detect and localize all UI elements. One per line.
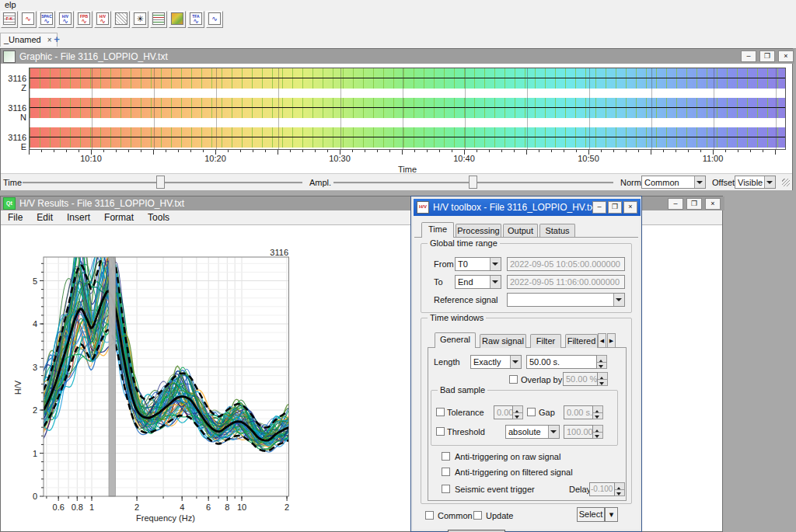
menu-help-partial[interactable]: elp [2,0,19,9]
tab-processing[interactable]: Processing [456,224,501,238]
norm-combobox-value: Common [642,176,694,188]
toolbox-title: H/V toolbox - File 3116_LOPPIO_HV.txt [433,202,597,213]
from-time-field[interactable]: 2022-09-05 10:05:00.000000 [507,257,625,271]
norm-combobox[interactable]: Common [641,176,706,189]
graphic-window-titlebar[interactable]: Graphic - File 3116_LOPPIO_HV.txt [1,49,794,64]
to-combobox[interactable]: End [455,275,501,289]
curve-icon[interactable]: ∿ [206,11,223,28]
threshold-checkbox[interactable] [436,427,445,436]
length-mode-combobox[interactable]: Exactly [470,355,522,369]
tolerance-checkbox[interactable] [436,408,445,416]
menu-bar: elp [0,0,796,10]
qt-icon: Qt [3,197,16,210]
threshold-mode-combobox[interactable]: absolute [505,425,560,439]
hv-red-icon[interactable]: H/V∿ [94,11,111,28]
toolbox-close-button[interactable]: × [623,201,637,214]
spac-icon[interactable]: SPAC∿ [38,11,55,28]
gap-checkbox[interactable] [527,408,536,416]
document-tab-label: _Unamed [4,35,41,44]
results-maximize-button[interactable]: ❐ [686,198,702,210]
tab-time[interactable]: Time [421,222,454,238]
graphic-maximize-button[interactable]: ❐ [759,50,775,62]
results-close-button[interactable]: × [705,198,721,210]
results-minimize-button[interactable]: – [668,198,683,210]
resize-grip[interactable] [782,179,790,186]
anti-trigger-filtered-checkbox[interactable] [442,468,450,476]
graphic-close-button[interactable]: × [778,50,794,62]
fk-icon[interactable]: F-K [1,11,18,28]
fpb-icon[interactable]: FPB∿ [75,11,93,28]
menu-tools[interactable]: Tools [141,212,176,223]
from-combobox[interactable]: T0 [455,257,501,271]
chevron-down-icon[interactable] [490,258,501,270]
menu-file[interactable]: File [1,212,30,223]
gap-spinbox[interactable]: 0.00 s. [564,405,603,419]
length-value-spinbox[interactable]: 50.00 s. [526,355,607,369]
threshold-value-spinbox[interactable]: 100.00 [564,425,603,439]
chevron-down-icon[interactable] [490,276,501,288]
svg-text:H/V: H/V [13,380,23,395]
reference-signal-label: Reference signal [434,295,498,304]
to-time-field[interactable]: 2022-09-05 11:06:00.000000 [507,275,625,289]
array-rays-icon[interactable]: ✳ [131,11,148,28]
tab-raw-signal[interactable]: Raw signal [480,334,526,348]
tfa-icon[interactable]: TFA∿ [187,11,204,28]
tolerance-spinbox[interactable]: 0.00 [494,405,523,419]
tab-filtered[interactable]: Filtered [565,334,598,348]
reference-signal-combobox[interactable] [507,293,625,307]
source-signal-icon[interactable]: ∿ [19,11,37,28]
offset-combobox-value: Visible [735,176,764,188]
spinner-icon[interactable] [513,405,523,419]
chevron-down-icon[interactable] [613,294,624,306]
common-checkbox[interactable] [425,511,434,520]
chevron-down-icon[interactable] [548,426,559,438]
offset-combobox[interactable]: Visible [735,176,776,189]
signals-icon[interactable] [150,11,167,28]
document-tab[interactable]: _Unamed× [0,33,58,47]
chevron-down-icon[interactable] [764,176,775,188]
tab-filter[interactable]: Filter [530,334,561,348]
svg-text:3116: 3116 [270,248,288,257]
svg-text:8: 8 [225,502,229,512]
menu-insert[interactable]: Insert [60,212,97,223]
overlap-value-spinbox[interactable]: 50.00 % [563,372,608,386]
ampl-slider-handle[interactable] [469,176,477,189]
tab-general[interactable]: General [435,332,476,348]
delay-spinbox[interactable]: -0.100 s [589,482,625,496]
time-slider-handle[interactable] [156,176,165,189]
time-tick-label: 10:30 [329,154,351,163]
time-axis-major-ticks [29,150,787,155]
seismic-event-trigger-checkbox[interactable] [442,485,450,493]
tab-status[interactable]: Status [539,224,575,238]
svg-text:0: 0 [33,492,37,501]
spinner-icon[interactable] [598,372,608,386]
spinner-icon[interactable] [615,482,625,496]
spinner-icon[interactable] [593,405,603,419]
toolbox-titlebar[interactable]: H/V H/V toolbox - File 3116_LOPPIO_HV.tx… [414,199,641,216]
tab-scroll-right-icon[interactable]: ▶ [607,333,616,348]
menu-format[interactable]: Format [97,212,141,223]
windowing-icon[interactable] [113,11,130,28]
chevron-down-icon[interactable] [694,176,705,188]
overlap-checkbox[interactable] [509,375,518,384]
toolbox-maximize-button[interactable]: ❐ [608,201,622,214]
menu-edit[interactable]: Edit [30,212,60,223]
spinner-icon[interactable] [593,425,603,439]
anti-trigger-raw-checkbox[interactable] [442,452,450,461]
graphic-minimize-button[interactable]: – [741,50,756,62]
select-dropdown-icon[interactable]: ▾ [605,507,618,522]
channel-label-e: 3116 E [1,133,26,151]
select-button[interactable]: Select [577,507,605,522]
hv-icon[interactable]: H/V∿ [57,11,74,28]
svg-text:0.6: 0.6 [53,502,65,512]
chevron-down-icon[interactable] [510,356,521,368]
tab-scroll-left-icon[interactable]: ◀ [598,333,606,348]
map-icon[interactable] [169,11,186,28]
spinner-icon[interactable] [597,355,607,369]
toolbox-minimize-button[interactable]: – [592,201,606,214]
tab-add-icon[interactable]: + [51,34,62,45]
tab-output[interactable]: Output [503,224,538,238]
document-tab-bar: _Unamed× + [0,32,796,47]
update-checkbox[interactable] [473,511,482,520]
hv-curve-plot: 0.60.8124681020123453116Frequency (Hz)H/… [1,224,335,532]
